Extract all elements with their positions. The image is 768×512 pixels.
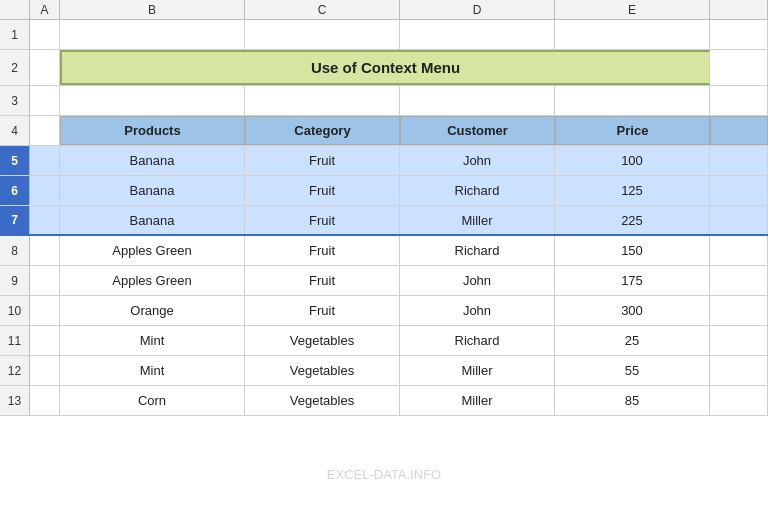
- cell-11e[interactable]: 25: [555, 326, 710, 355]
- column-headers: A B C D E: [0, 0, 768, 20]
- cell-7c[interactable]: Fruit: [245, 206, 400, 234]
- row-header-10: 10: [0, 296, 30, 325]
- cell-7e[interactable]: 225: [555, 206, 710, 234]
- cell-3d[interactable]: [400, 86, 555, 115]
- cell-9b[interactable]: Apples Green: [60, 266, 245, 295]
- row-header-9: 9: [0, 266, 30, 295]
- cell-7a[interactable]: [30, 206, 60, 234]
- cell-3c[interactable]: [245, 86, 400, 115]
- col-header-a: A: [30, 0, 60, 19]
- cell-8a[interactable]: [30, 236, 60, 265]
- cell-10d[interactable]: John: [400, 296, 555, 325]
- cell-5d[interactable]: John: [400, 146, 555, 175]
- col-header-extra: [710, 116, 768, 145]
- table-row: 7 Banana Fruit Miller 225: [0, 206, 768, 236]
- cell-5b[interactable]: Banana: [60, 146, 245, 175]
- cell-9e[interactable]: 175: [555, 266, 710, 295]
- cell-9rest[interactable]: [710, 266, 768, 295]
- cell-1d[interactable]: [400, 20, 555, 49]
- cell-13rest[interactable]: [710, 386, 768, 415]
- cell-5c[interactable]: Fruit: [245, 146, 400, 175]
- col-price-header: Price: [555, 116, 710, 145]
- cell-7rest[interactable]: [710, 206, 768, 234]
- table-header-row: 4 Products Category Customer Price: [0, 116, 768, 146]
- cell-6c[interactable]: Fruit: [245, 176, 400, 205]
- cell-12a[interactable]: [30, 356, 60, 385]
- table-row: 3: [0, 86, 768, 116]
- cell-8c[interactable]: Fruit: [245, 236, 400, 265]
- cell-4a[interactable]: [30, 116, 60, 145]
- cell-8d[interactable]: Richard: [400, 236, 555, 265]
- watermark: EXCEL-DATA.INFO: [327, 467, 441, 482]
- cell-13c[interactable]: Vegetables: [245, 386, 400, 415]
- cell-9d[interactable]: John: [400, 266, 555, 295]
- cell-11rest[interactable]: [710, 326, 768, 355]
- cell-12rest[interactable]: [710, 356, 768, 385]
- cell-1c[interactable]: [245, 20, 400, 49]
- cell-12e[interactable]: 55: [555, 356, 710, 385]
- cell-11a[interactable]: [30, 326, 60, 355]
- col-header-e: E: [555, 0, 710, 19]
- row-header-8: 8: [0, 236, 30, 265]
- cell-12d[interactable]: Miller: [400, 356, 555, 385]
- col-header-b: B: [60, 0, 245, 19]
- table-row: 11 Mint Vegetables Richard 25: [0, 326, 768, 356]
- cell-2rest[interactable]: [710, 50, 768, 85]
- cell-12b[interactable]: Mint: [60, 356, 245, 385]
- cell-5a[interactable]: [30, 146, 60, 175]
- cell-12c[interactable]: Vegetables: [245, 356, 400, 385]
- col-products-header: Products: [60, 116, 245, 145]
- cell-13b[interactable]: Corn: [60, 386, 245, 415]
- cell-7b[interactable]: Banana: [60, 206, 245, 234]
- row-header-11: 11: [0, 326, 30, 355]
- cell-3a[interactable]: [30, 86, 60, 115]
- row-header-12: 12: [0, 356, 30, 385]
- cell-6e[interactable]: 125: [555, 176, 710, 205]
- spreadsheet: A B C D E 1 2 Use of Context Menu 3: [0, 0, 768, 512]
- row-header-13: 13: [0, 386, 30, 415]
- cell-3b[interactable]: [60, 86, 245, 115]
- table-row: 5 Banana Fruit John 100: [0, 146, 768, 176]
- cell-11d[interactable]: Richard: [400, 326, 555, 355]
- cell-7d[interactable]: Miller: [400, 206, 555, 234]
- cell-9c[interactable]: Fruit: [245, 266, 400, 295]
- cell-10e[interactable]: 300: [555, 296, 710, 325]
- cell-1e[interactable]: [555, 20, 710, 49]
- col-header-rest: [710, 0, 768, 19]
- corner-cell: [0, 0, 30, 19]
- cell-3rest[interactable]: [710, 86, 768, 115]
- cell-13e[interactable]: 85: [555, 386, 710, 415]
- cell-1b[interactable]: [60, 20, 245, 49]
- row-header-6: 6: [0, 176, 30, 205]
- cell-8b[interactable]: Apples Green: [60, 236, 245, 265]
- row-header-5: 5: [0, 146, 30, 175]
- table-row: 9 Apples Green Fruit John 175: [0, 266, 768, 296]
- row-header-4: 4: [0, 116, 30, 145]
- cell-10c[interactable]: Fruit: [245, 296, 400, 325]
- cell-10rest[interactable]: [710, 296, 768, 325]
- cell-5e[interactable]: 100: [555, 146, 710, 175]
- cell-11c[interactable]: Vegetables: [245, 326, 400, 355]
- cell-6b[interactable]: Banana: [60, 176, 245, 205]
- cell-11b[interactable]: Mint: [60, 326, 245, 355]
- cell-13a[interactable]: [30, 386, 60, 415]
- cell-1a[interactable]: [30, 20, 60, 49]
- row-header-2: 2: [0, 50, 30, 85]
- title-cell: Use of Context Menu: [60, 50, 710, 85]
- cell-2a[interactable]: [30, 50, 60, 85]
- cell-3e[interactable]: [555, 86, 710, 115]
- row-header-1: 1: [0, 20, 30, 49]
- cell-8rest[interactable]: [710, 236, 768, 265]
- row-header-3: 3: [0, 86, 30, 115]
- cell-1rest[interactable]: [710, 20, 768, 49]
- cell-6rest[interactable]: [710, 176, 768, 205]
- cell-6a[interactable]: [30, 176, 60, 205]
- cell-10a[interactable]: [30, 296, 60, 325]
- cell-6d[interactable]: Richard: [400, 176, 555, 205]
- cell-13d[interactable]: Miller: [400, 386, 555, 415]
- table-row: 1: [0, 20, 768, 50]
- cell-9a[interactable]: [30, 266, 60, 295]
- cell-8e[interactable]: 150: [555, 236, 710, 265]
- cell-10b[interactable]: Orange: [60, 296, 245, 325]
- cell-5rest[interactable]: [710, 146, 768, 175]
